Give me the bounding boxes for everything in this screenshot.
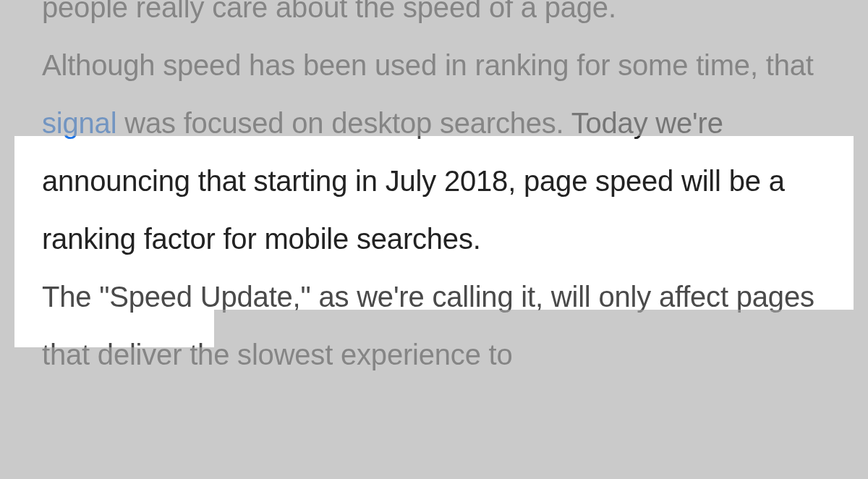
article-content: people really care about the speed of a … bbox=[0, 0, 868, 383]
para1-text-after: was focused on desktop searches. bbox=[116, 107, 571, 139]
para1-text-before: Although speed has been used in ranking … bbox=[42, 49, 814, 81]
paragraph-1: Although speed has been used in ranking … bbox=[42, 36, 826, 268]
truncated-line: people really care about the speed of a … bbox=[42, 0, 826, 36]
paragraph-2: The "Speed Update," as we're calling it,… bbox=[42, 268, 826, 383]
signal-link[interactable]: signal bbox=[42, 107, 116, 139]
